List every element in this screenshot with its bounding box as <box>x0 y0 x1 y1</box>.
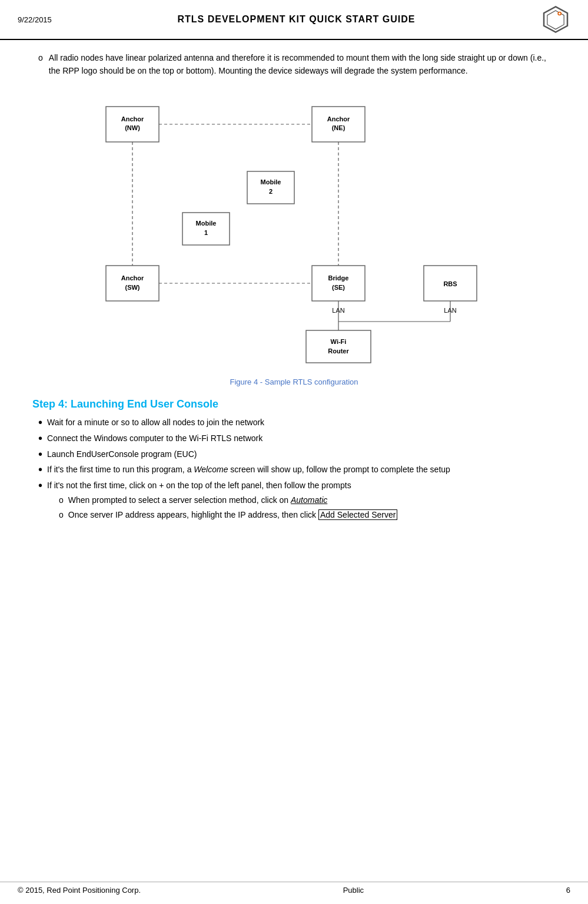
step4-bullet-2-text: Connect the Windows computer to the Wi-F… <box>47 432 556 445</box>
step4-bullet-5-text: If it's not the first time, click on + o… <box>47 479 556 523</box>
svg-text:(NW): (NW) <box>125 124 140 131</box>
diagram-svg: Anchor (NW) Anchor (NE) Mobile 2 Mobile … <box>88 89 500 372</box>
automatic-link: Automatic <box>291 495 327 505</box>
header-date: 9/22/2015 <box>18 15 52 24</box>
step4-sub-list: o When prompted to select a server selec… <box>47 494 556 521</box>
footer-copyright: © 2015, Red Point Positioning Corp. <box>18 886 141 895</box>
intro-bullet-text: All radio nodes have linear polarized an… <box>49 52 556 77</box>
step4-heading: Step 4: Launching End User Console <box>32 398 556 410</box>
svg-point-3 <box>559 12 560 14</box>
footer-classification: Public <box>343 886 364 895</box>
svg-text:Anchor: Anchor <box>121 274 144 282</box>
bullet-dot-3: • <box>38 448 42 460</box>
figure-container: Anchor (NW) Anchor (NE) Mobile 2 Mobile … <box>82 89 506 386</box>
step4-sub-bullet-1-text: When prompted to select a server selecti… <box>68 494 556 507</box>
svg-text:1: 1 <box>204 229 207 236</box>
bullet-dot-1: • <box>38 416 42 428</box>
step4-sub-bullet-2: o Once server IP address appears, highli… <box>59 509 556 522</box>
step4-bullet-4-text: If it's the first time to run this progr… <box>47 463 556 476</box>
step4-bullet-3-text: Launch EndUserConsole program (EUC) <box>47 448 556 461</box>
svg-text:RBS: RBS <box>443 280 457 287</box>
bullet-dot-2: • <box>38 432 42 444</box>
step4-sub-bullet-2-text: Once server IP address appears, highligh… <box>68 509 556 522</box>
svg-text:2: 2 <box>268 188 272 195</box>
sub-dot-2: o <box>59 509 64 522</box>
step4-bullet-4: • If it's the first time to run this pro… <box>38 463 556 476</box>
svg-text:Anchor: Anchor <box>121 115 144 122</box>
svg-text:Mobile: Mobile <box>260 178 281 186</box>
page-wrapper: 9/22/2015 RTLS DEVELOPMENT KIT QUICK STA… <box>0 0 588 904</box>
figure-caption: Figure 4 - Sample RTLS configuration <box>82 378 506 386</box>
welcome-italic: Welcome <box>194 465 228 474</box>
footer-page: 6 <box>566 886 570 895</box>
intro-bullet: o All radio nodes have linear polarized … <box>32 52 556 77</box>
step4-bullet-5: • If it's not the first time, click on +… <box>38 479 556 523</box>
page-footer: © 2015, Red Point Positioning Corp. Publ… <box>0 882 588 898</box>
add-selected-server-box: Add Selected Server <box>318 509 397 520</box>
step4-bullet-2: • Connect the Windows computer to the Wi… <box>38 432 556 445</box>
svg-text:(SE): (SE) <box>332 284 345 291</box>
bullet-dot-4: • <box>38 463 42 475</box>
page-header: 9/22/2015 RTLS DEVELOPMENT KIT QUICK STA… <box>0 0 588 40</box>
svg-text:Router: Router <box>328 347 349 355</box>
svg-rect-19 <box>106 266 159 301</box>
header-title: RTLS DEVELOPMENT KIT QUICK START GUIDE <box>177 14 415 25</box>
sub-dot-1: o <box>59 494 64 507</box>
step4-bullet-3: • Launch EndUserConsole program (EUC) <box>38 448 556 461</box>
bullet-dot-5: • <box>38 479 42 491</box>
svg-text:Anchor: Anchor <box>327 115 350 122</box>
svg-text:Mobile: Mobile <box>195 220 216 227</box>
step4-bullet-1-text: Wait for a minute or so to allow all nod… <box>47 416 556 429</box>
intro-bullet-sym: o <box>38 53 43 77</box>
svg-text:Bridge: Bridge <box>328 274 348 282</box>
svg-text:(SW): (SW) <box>125 284 139 291</box>
step4-bullet-list: • Wait for a minute or so to allow all n… <box>32 416 556 523</box>
step4-sub-bullet-1: o When prompted to select a server selec… <box>59 494 556 507</box>
svg-text:Wi-Fi: Wi-Fi <box>330 338 346 345</box>
svg-rect-22 <box>312 266 365 301</box>
svg-rect-33 <box>306 330 371 363</box>
step4-bullet-1: • Wait for a minute or so to allow all n… <box>38 416 556 429</box>
page-content: o All radio nodes have linear polarized … <box>0 40 588 549</box>
header-logo-icon <box>541 5 570 34</box>
svg-text:(NE): (NE) <box>331 124 345 131</box>
